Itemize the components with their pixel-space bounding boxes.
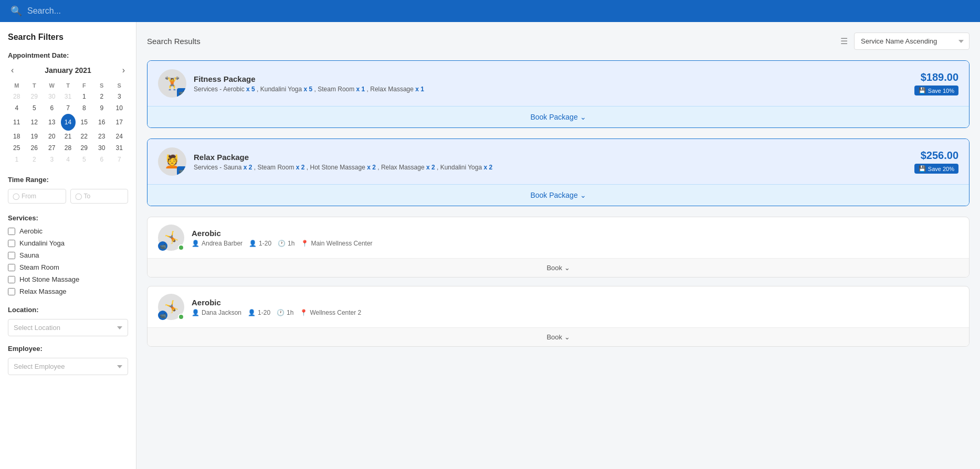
calendar-day[interactable]: 13	[43, 114, 61, 131]
calendar-day[interactable]: 19	[26, 131, 44, 142]
calendar-next-button[interactable]: ›	[119, 65, 128, 76]
calendar-month: January 2021	[45, 66, 91, 74]
calendar-day[interactable]: 30	[43, 91, 61, 102]
package-services: Services - Aerobic x 5 , Kundalini Yoga …	[194, 86, 424, 93]
search-icon: 🔍	[10, 5, 22, 17]
save-icon: 💾	[919, 87, 926, 94]
book-button[interactable]: Book ⌄	[147, 327, 969, 346]
package-services: Services - Sauna x 2 , Steam Room x 2 , …	[194, 164, 492, 171]
calendar-day[interactable]: 31	[111, 142, 129, 154]
calendar-day[interactable]: 5	[76, 154, 93, 165]
employee-select[interactable]: Select Employee	[8, 358, 128, 375]
service-count: x 2	[426, 164, 435, 171]
service-checkbox[interactable]	[8, 252, 15, 259]
calendar-day[interactable]: 1	[76, 91, 93, 102]
calendar-day[interactable]: 18	[8, 131, 26, 142]
sort-container: ☰ Service Name Ascending	[840, 33, 970, 50]
calendar-weekday: T	[26, 80, 44, 91]
person-icon: 👤	[192, 240, 199, 247]
service-meta: 👤 Dana Jackson 👤 1-20 🕐 1h 📍 Wellness Ce…	[192, 309, 361, 316]
service-count: x 2	[244, 164, 252, 171]
calendar-day[interactable]: 12	[26, 114, 44, 131]
capacity-info: 👤 1-20	[249, 240, 271, 247]
calendar-day[interactable]: 8	[76, 102, 93, 114]
calendar-day[interactable]: 17	[111, 114, 129, 131]
calendar-prev-button[interactable]: ‹	[8, 65, 17, 76]
save-label: Save 10%	[928, 88, 954, 94]
calendar-day[interactable]: 4	[61, 154, 76, 165]
service-checkbox-item[interactable]: Hot Stone Massage	[8, 275, 128, 283]
calendar-day[interactable]: 14	[61, 114, 76, 131]
sidebar-title: Search Filters	[8, 33, 128, 42]
results-header: Search Results ☰ Service Name Ascending	[147, 33, 970, 50]
calendar-day[interactable]: 7	[111, 154, 129, 165]
calendar-day[interactable]: 9	[93, 102, 111, 114]
calendar-day[interactable]: 29	[76, 142, 93, 154]
service-badge: 📹	[158, 241, 167, 251]
people-icon: 👤	[249, 240, 257, 247]
calendar-day[interactable]: 11	[8, 114, 26, 131]
calendar-day[interactable]: 4	[8, 102, 26, 114]
services-container: 🤸 📹 Aerobic 👤 Andrea Barber 👤 1-20 🕐 1h	[147, 217, 970, 347]
calendar-day[interactable]: 6	[43, 102, 61, 114]
packages-container: 🏋️ 📹 Fitness Package Services - Aerobic …	[147, 60, 970, 206]
service-checkbox-item[interactable]: Relax Massage	[8, 287, 128, 295]
calendar-day[interactable]: 30	[93, 142, 111, 154]
calendar-day[interactable]: 22	[76, 131, 93, 142]
book-button[interactable]: Book ⌄	[147, 258, 969, 277]
service-checkbox-label: Steam Room	[19, 263, 59, 271]
calendar-day[interactable]: 10	[111, 102, 129, 114]
service-checkbox[interactable]	[8, 276, 15, 283]
calendar-day[interactable]: 28	[61, 142, 76, 154]
calendar-day[interactable]: 20	[43, 131, 61, 142]
service-name: Aerobic	[192, 229, 373, 238]
location-select[interactable]: Select Location	[8, 319, 128, 336]
package-info: Relax Package Services - Sauna x 2 , Ste…	[194, 153, 492, 171]
package-image: 💆 📹	[158, 147, 186, 176]
calendar-day[interactable]: 25	[8, 142, 26, 154]
service-checkbox[interactable]	[8, 288, 15, 295]
service-checkbox[interactable]	[8, 264, 15, 271]
service-checkbox-label: Kundalini Yoga	[19, 239, 65, 247]
calendar-day[interactable]: 5	[26, 102, 44, 114]
person-icon: 👤	[192, 309, 199, 316]
package-header: 🏋️ 📹 Fitness Package Services - Aerobic …	[147, 61, 969, 106]
calendar-day[interactable]: 23	[93, 131, 111, 142]
calendar-weekday: T	[61, 80, 76, 91]
calendar-day[interactable]: 1	[8, 154, 26, 165]
calendar-day[interactable]: 16	[93, 114, 111, 131]
calendar-day[interactable]: 21	[61, 131, 76, 142]
calendar-day[interactable]: 6	[93, 154, 111, 165]
calendar-day[interactable]: 3	[43, 154, 61, 165]
calendar-day[interactable]: 3	[111, 91, 129, 102]
time-to-input[interactable]: ◯ To	[70, 189, 129, 204]
service-count: x 5	[304, 86, 313, 93]
service-checkbox-item[interactable]: Kundalini Yoga	[8, 239, 128, 247]
service-checkbox-item[interactable]: Sauna	[8, 251, 128, 259]
calendar-day[interactable]: 7	[61, 102, 76, 114]
service-checkbox[interactable]	[8, 240, 15, 247]
service-checkbox[interactable]	[8, 228, 15, 235]
calendar-day[interactable]: 29	[26, 91, 44, 102]
time-from-input[interactable]: ◯ From	[8, 189, 66, 204]
calendar-day[interactable]: 28	[8, 91, 26, 102]
location-info: 📍 Main Wellness Center	[301, 240, 372, 247]
service-card-aerobic-1: 🤸 📹 Aerobic 👤 Andrea Barber 👤 1-20 🕐 1h	[147, 217, 970, 278]
calendar-day[interactable]: 15	[76, 114, 93, 131]
calendar-day[interactable]: 26	[26, 142, 44, 154]
search-input[interactable]	[27, 6, 970, 16]
from-placeholder: From	[22, 193, 36, 200]
sort-dropdown[interactable]: Service Name Ascending	[854, 33, 970, 50]
service-name: Kundalini Yoga	[260, 86, 304, 93]
calendar-day[interactable]: 27	[43, 142, 61, 154]
service-checkbox-item[interactable]: Steam Room	[8, 263, 128, 271]
calendar-day[interactable]: 31	[61, 91, 76, 102]
calendar-day[interactable]: 2	[93, 91, 111, 102]
service-checkbox-item[interactable]: Aerobic	[8, 227, 128, 235]
book-package-button[interactable]: Book Package ⌄	[147, 106, 969, 127]
book-package-button[interactable]: Book Package ⌄	[147, 184, 969, 206]
results-title: Search Results	[147, 37, 201, 46]
status-dot	[178, 314, 184, 320]
calendar-day[interactable]: 24	[111, 131, 129, 142]
calendar-day[interactable]: 2	[26, 154, 44, 165]
